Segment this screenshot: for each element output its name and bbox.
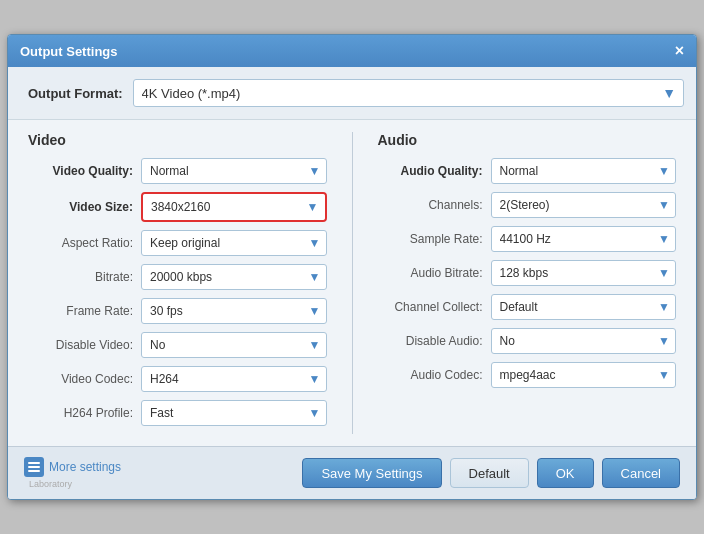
audio-codec-select[interactable]: mpeg4aac [491,362,677,388]
channels-select-wrapper: 2(Stereo) ▼ [491,192,677,218]
video-size-select[interactable]: 3840x2160 [143,194,325,220]
tool-icon [27,460,41,474]
bitrate-select-wrapper: 20000 kbps ▼ [141,264,327,290]
disable-video-label: Disable Video: [28,338,133,352]
h264-profile-select[interactable]: Fast [141,400,327,426]
svg-rect-0 [28,462,40,464]
video-panel-title: Video [28,132,327,148]
frame-rate-row: Frame Rate: 30 fps ▼ [28,298,327,324]
channel-collect-row: Channel Collect: Default ▼ [378,294,677,320]
audio-quality-select-wrapper: Normal ▼ [491,158,677,184]
audio-panel-title: Audio [378,132,677,148]
video-codec-select[interactable]: H264 [141,366,327,392]
aspect-ratio-label: Aspect Ratio: [28,236,133,250]
panel-divider [352,132,353,434]
more-settings-label: More settings [49,460,121,474]
watermark-label: Laboratory [29,479,72,489]
audio-codec-label: Audio Codec: [378,368,483,382]
disable-audio-select[interactable]: No [491,328,677,354]
output-format-row: Output Format: 4K Video (*.mp4) ▼ [8,67,696,120]
svg-rect-1 [28,466,40,468]
output-format-select[interactable]: 4K Video (*.mp4) [133,79,685,107]
video-quality-label: Video Quality: [28,164,133,178]
channel-collect-label: Channel Collect: [378,300,483,314]
aspect-ratio-row: Aspect Ratio: Keep original ▼ [28,230,327,256]
frame-rate-label: Frame Rate: [28,304,133,318]
output-format-select-wrapper: 4K Video (*.mp4) ▼ [133,79,676,107]
title-bar: Output Settings × [8,35,696,67]
audio-codec-select-wrapper: mpeg4aac ▼ [491,362,677,388]
audio-panel: Audio Audio Quality: Normal ▼ Channels: … [378,132,677,434]
bitrate-select[interactable]: 20000 kbps [141,264,327,290]
video-codec-select-wrapper: H264 ▼ [141,366,327,392]
audio-quality-select[interactable]: Normal [491,158,677,184]
audio-bitrate-select[interactable]: 128 kbps [491,260,677,286]
channels-label: Channels: [378,198,483,212]
more-settings-button[interactable]: More settings [24,457,121,477]
video-size-row: Video Size: 3840x2160 ▼ [28,192,327,222]
bottom-bar: More settings Laboratory Save My Setting… [8,446,696,499]
audio-bitrate-label: Audio Bitrate: [378,266,483,280]
audio-bitrate-row: Audio Bitrate: 128 kbps ▼ [378,260,677,286]
disable-video-row: Disable Video: No ▼ [28,332,327,358]
bitrate-label: Bitrate: [28,270,133,284]
cancel-button[interactable]: Cancel [602,458,680,488]
video-quality-row: Video Quality: Normal ▼ [28,158,327,184]
sample-rate-row: Sample Rate: 44100 Hz ▼ [378,226,677,252]
close-button[interactable]: × [675,43,684,59]
output-format-label: Output Format: [28,86,123,101]
frame-rate-select[interactable]: 30 fps [141,298,327,324]
save-my-settings-button[interactable]: Save My Settings [302,458,441,488]
disable-audio-row: Disable Audio: No ▼ [378,328,677,354]
channels-row: Channels: 2(Stereo) ▼ [378,192,677,218]
bottom-buttons: Save My Settings Default OK Cancel [302,458,680,488]
h264-profile-row: H264 Profile: Fast ▼ [28,400,327,426]
video-quality-select[interactable]: Normal [141,158,327,184]
video-size-select-wrapper: 3840x2160 ▼ [141,192,327,222]
sample-rate-select[interactable]: 44100 Hz [491,226,677,252]
sample-rate-select-wrapper: 44100 Hz ▼ [491,226,677,252]
audio-quality-label: Audio Quality: [378,164,483,178]
frame-rate-select-wrapper: 30 fps ▼ [141,298,327,324]
video-codec-row: Video Codec: H264 ▼ [28,366,327,392]
disable-video-select-wrapper: No ▼ [141,332,327,358]
channels-select[interactable]: 2(Stereo) [491,192,677,218]
output-settings-dialog: Output Settings × Output Format: 4K Vide… [7,34,697,500]
svg-rect-2 [28,470,40,472]
audio-quality-row: Audio Quality: Normal ▼ [378,158,677,184]
disable-audio-select-wrapper: No ▼ [491,328,677,354]
video-codec-label: Video Codec: [28,372,133,386]
video-size-label: Video Size: [28,200,133,214]
audio-codec-row: Audio Codec: mpeg4aac ▼ [378,362,677,388]
dialog-title: Output Settings [20,44,118,59]
video-quality-select-wrapper: Normal ▼ [141,158,327,184]
h264-profile-label: H264 Profile: [28,406,133,420]
bitrate-row: Bitrate: 20000 kbps ▼ [28,264,327,290]
aspect-ratio-select[interactable]: Keep original [141,230,327,256]
aspect-ratio-select-wrapper: Keep original ▼ [141,230,327,256]
ok-button[interactable]: OK [537,458,594,488]
audio-bitrate-select-wrapper: 128 kbps ▼ [491,260,677,286]
sample-rate-label: Sample Rate: [378,232,483,246]
default-button[interactable]: Default [450,458,529,488]
disable-audio-label: Disable Audio: [378,334,483,348]
channel-collect-select-wrapper: Default ▼ [491,294,677,320]
disable-video-select[interactable]: No [141,332,327,358]
more-settings-container: More settings Laboratory [24,457,121,489]
h264-profile-select-wrapper: Fast ▼ [141,400,327,426]
video-panel: Video Video Quality: Normal ▼ Video Size… [28,132,327,434]
channel-collect-select[interactable]: Default [491,294,677,320]
more-settings-icon [24,457,44,477]
content-area: Video Video Quality: Normal ▼ Video Size… [8,120,696,446]
